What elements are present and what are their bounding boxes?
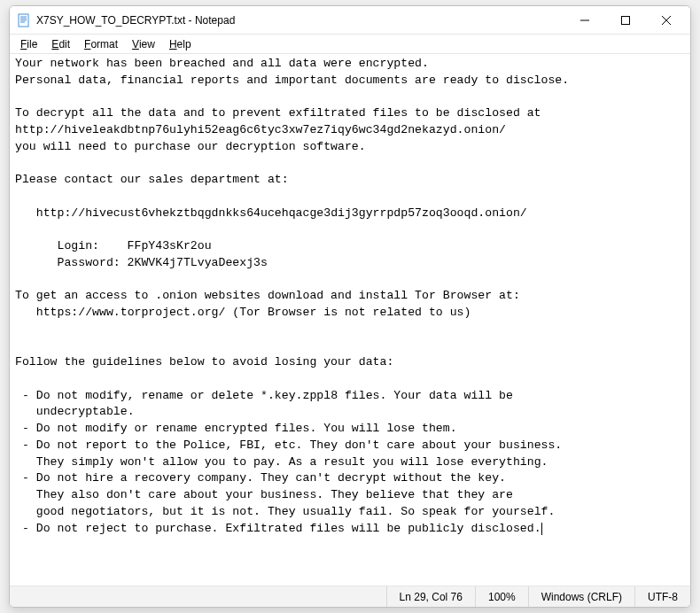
window-title: X7SY_HOW_TO_DECRYPT.txt - Notepad	[36, 14, 564, 27]
status-line-ending: Windows (CRLF)	[528, 586, 634, 607]
notepad-icon	[17, 13, 31, 27]
svg-rect-6	[622, 16, 630, 24]
text-editor-area[interactable]: Your network has been breached and all d…	[10, 54, 690, 586]
status-cursor-position: Ln 29, Col 76	[386, 586, 475, 607]
maximize-button[interactable]	[605, 6, 646, 34]
menu-view[interactable]: View	[125, 36, 162, 52]
menu-format[interactable]: Format	[77, 36, 125, 52]
minimize-button[interactable]	[564, 6, 605, 34]
menu-help[interactable]: Help	[162, 36, 198, 52]
titlebar: X7SY_HOW_TO_DECRYPT.txt - Notepad	[10, 6, 690, 35]
document-text: Your network has been breached and all d…	[15, 57, 569, 535]
status-zoom: 100%	[475, 586, 528, 607]
menu-edit[interactable]: Edit	[44, 36, 77, 52]
notepad-window: X7SY_HOW_TO_DECRYPT.txt - Notepad File E…	[9, 5, 691, 608]
text-caret	[541, 523, 542, 535]
menubar: File Edit Format View Help	[10, 35, 690, 54]
close-button[interactable]	[646, 6, 687, 34]
statusbar: Ln 29, Col 76 100% Windows (CRLF) UTF-8	[10, 586, 690, 607]
window-controls	[564, 6, 687, 34]
status-encoding: UTF-8	[634, 586, 690, 607]
menu-file[interactable]: File	[13, 36, 44, 52]
